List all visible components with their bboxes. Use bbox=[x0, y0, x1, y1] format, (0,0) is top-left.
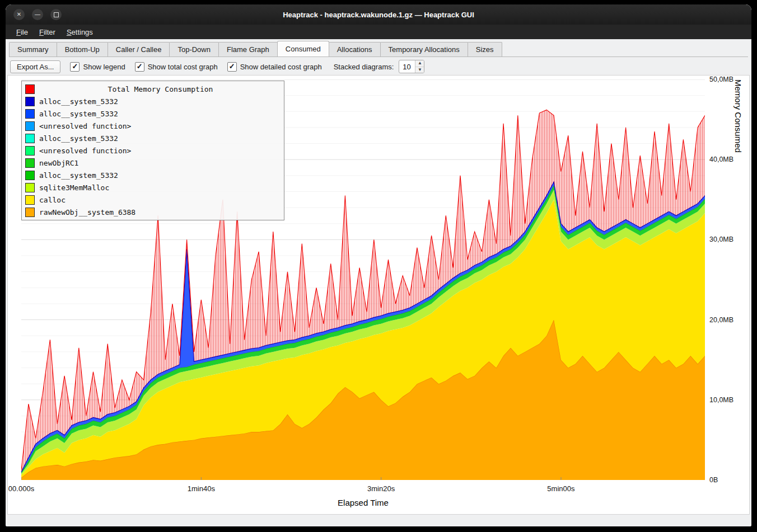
legend-label: alloc__system_5332 bbox=[39, 110, 118, 118]
x-tick-label: 3min20s bbox=[367, 484, 395, 493]
check-icon: ✓ bbox=[229, 63, 235, 70]
tab-temporary-allocations[interactable]: Temporary Allocations bbox=[380, 42, 468, 57]
menubar: File Filter Settings bbox=[6, 25, 751, 39]
y-tick-label: 50,0MB bbox=[709, 76, 733, 83]
stacked-diagrams-value[interactable]: 10 bbox=[399, 60, 415, 73]
check-icon: ✓ bbox=[72, 63, 78, 70]
legend-swatch bbox=[25, 171, 35, 180]
legend-item: alloc__system_5332 bbox=[24, 169, 282, 181]
legend-item: alloc__system_5332 bbox=[24, 132, 282, 144]
legend-swatch bbox=[25, 84, 35, 94]
stacked-diagrams-label: Stacked diagrams: bbox=[334, 63, 394, 71]
legend-item: alloc__system_5332 bbox=[24, 95, 282, 107]
chart-area: Total Memory Consumptionalloc__system_53… bbox=[7, 75, 750, 515]
menu-settings[interactable]: Settings bbox=[62, 26, 98, 38]
legend-item: calloc bbox=[24, 194, 282, 206]
show-total-cost-graph-checkbox[interactable]: ✓ Show total cost graph bbox=[135, 62, 218, 72]
stacked-diagrams-spinbox[interactable]: 10 ▲ ▼ bbox=[399, 60, 424, 73]
legend-item: newObjRC1 bbox=[24, 157, 282, 169]
legend-item: <unresolved function> bbox=[24, 120, 282, 132]
y-tick-label: 40,0MB bbox=[709, 156, 733, 163]
x-axis-label: Elapsed Time bbox=[21, 498, 705, 507]
legend-item: Total Memory Consumption bbox=[24, 83, 282, 95]
legend-label: alloc__system_5332 bbox=[39, 171, 118, 180]
y-axis-label: Memory Consumed bbox=[733, 79, 743, 480]
legend-item: alloc__system_5332 bbox=[24, 107, 282, 120]
legend-label: <unresolved function> bbox=[39, 147, 131, 155]
legend-label: <unresolved function> bbox=[39, 122, 131, 130]
checkbox-icon: ✓ bbox=[227, 62, 237, 72]
legend-item: sqlite3MemMalloc bbox=[24, 181, 282, 194]
tab-allocations[interactable]: Allocations bbox=[329, 42, 381, 57]
y-tick-label: 0B bbox=[709, 476, 718, 484]
tab-summary[interactable]: Summary bbox=[9, 42, 57, 57]
checkbox-label: Show total cost graph bbox=[148, 63, 218, 71]
legend-label: sqlite3MemMalloc bbox=[39, 183, 109, 192]
legend-item: <unresolved function> bbox=[24, 144, 282, 157]
legend-swatch bbox=[25, 183, 35, 192]
app-window: ✕ — Heaptrack - heaptrack.wakunode.1.gz … bbox=[6, 4, 751, 526]
chart-toolbar: Export As... ✓ Show legend ✓ Show total … bbox=[10, 59, 747, 74]
tab-bar: Summary Bottom-Up Caller / Callee Top-Do… bbox=[9, 41, 748, 57]
y-tick-label: 10,0MB bbox=[709, 396, 733, 404]
checkbox-label: Show legend bbox=[83, 63, 125, 71]
legend-swatch bbox=[25, 97, 35, 106]
window-title: Heaptrack - heaptrack.wakunode.1.gz — He… bbox=[6, 4, 751, 25]
menu-file[interactable]: File bbox=[11, 26, 33, 38]
legend-swatch bbox=[25, 195, 35, 205]
legend-swatch bbox=[25, 208, 35, 217]
legend-label: alloc__system_5332 bbox=[39, 97, 118, 106]
legend-swatch bbox=[25, 109, 35, 119]
x-tick-label: 1min40s bbox=[188, 484, 215, 493]
legend-swatch bbox=[25, 134, 35, 143]
legend-label: Total Memory Consumption bbox=[39, 85, 282, 93]
legend-label: calloc bbox=[39, 196, 66, 204]
legend-label: alloc__system_5332 bbox=[39, 134, 118, 143]
tab-bottom-up[interactable]: Bottom-Up bbox=[57, 42, 108, 57]
legend-label: rawNewObj__system_6388 bbox=[39, 208, 135, 216]
check-icon: ✓ bbox=[137, 63, 143, 70]
legend-item: rawNewObj__system_6388 bbox=[24, 206, 282, 218]
show-legend-checkbox[interactable]: ✓ Show legend bbox=[70, 62, 125, 72]
menu-filter[interactable]: Filter bbox=[34, 26, 60, 38]
checkbox-icon: ✓ bbox=[70, 62, 80, 72]
legend-swatch bbox=[25, 158, 35, 168]
titlebar: ✕ — Heaptrack - heaptrack.wakunode.1.gz … bbox=[6, 4, 751, 25]
export-as-button[interactable]: Export As... bbox=[10, 60, 60, 73]
legend-swatch bbox=[25, 121, 35, 131]
y-tick-label: 30,0MB bbox=[709, 236, 733, 243]
tab-consumed[interactable]: Consumed bbox=[277, 41, 329, 57]
tab-caller-callee[interactable]: Caller / Callee bbox=[108, 42, 170, 57]
x-tick-label: 5min00s bbox=[547, 484, 574, 493]
tab-sizes[interactable]: Sizes bbox=[468, 42, 502, 57]
tab-top-down[interactable]: Top-Down bbox=[169, 42, 219, 57]
show-detailed-cost-graph-checkbox[interactable]: ✓ Show detailed cost graph bbox=[227, 62, 322, 72]
y-tick-label: 20,0MB bbox=[709, 316, 733, 324]
x-tick-label: 00.000s bbox=[8, 484, 34, 493]
legend-swatch bbox=[25, 146, 35, 156]
checkbox-icon: ✓ bbox=[135, 62, 144, 72]
checkbox-label: Show detailed cost graph bbox=[240, 63, 322, 71]
tab-flame-graph[interactable]: Flame Graph bbox=[218, 42, 278, 57]
legend-label: newObjRC1 bbox=[39, 159, 78, 167]
spinbox-buttons: ▲ ▼ bbox=[415, 60, 424, 73]
chart-legend: Total Memory Consumptionalloc__system_53… bbox=[21, 81, 284, 220]
spinbox-down-button[interactable]: ▼ bbox=[415, 67, 424, 73]
spinbox-up-button[interactable]: ▲ bbox=[415, 60, 424, 67]
